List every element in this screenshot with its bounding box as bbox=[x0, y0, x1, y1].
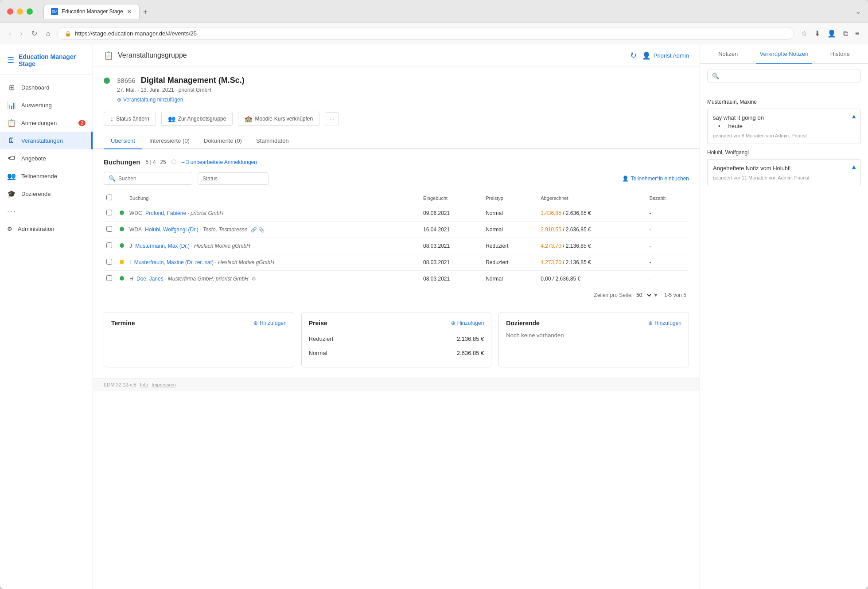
sidebar-item-angebote[interactable]: 🏷 Angebote bbox=[0, 149, 93, 167]
bookmark-button[interactable]: ☆ bbox=[799, 27, 809, 39]
dropdown-icon: ▾ bbox=[654, 292, 657, 298]
note-section-2: Holubi, Wolfgangi Angeheftete Notiz vom … bbox=[707, 149, 861, 186]
app-footer: EDM 22.12-rc5 Info Impressum bbox=[93, 378, 700, 391]
row-icons: ⚙ bbox=[252, 276, 256, 281]
tab-bar: EM Education Manager Stage ✕ + bbox=[43, 4, 850, 19]
dozierende-card-header: Dozierende ⊕ Hinzufügen bbox=[506, 320, 681, 327]
reload-button[interactable]: ↻ bbox=[30, 27, 39, 39]
back-button[interactable]: ‹ bbox=[7, 28, 13, 39]
termine-add-label: Hinzufügen bbox=[260, 320, 287, 326]
footer-impressum-link[interactable]: Impressum bbox=[152, 382, 175, 387]
enroll-button[interactable]: 👤 Teilnehmer*in einbuchen bbox=[622, 176, 689, 182]
panel-search-input[interactable] bbox=[722, 73, 856, 79]
close-button[interactable] bbox=[7, 8, 13, 15]
menu-icon[interactable]: ☰ bbox=[7, 55, 14, 65]
row-status-dot bbox=[120, 227, 124, 231]
sidebar-item-anmeldungen[interactable]: 📋 Anmeldungen 2 bbox=[0, 114, 93, 132]
info-icon[interactable]: ⓘ bbox=[171, 159, 176, 165]
add-icon: ⊕ bbox=[253, 320, 258, 326]
tab-dokumente[interactable]: Dokumente (0) bbox=[197, 133, 249, 149]
termine-card: Termine ⊕ Hinzufügen bbox=[104, 312, 294, 367]
sidebar-item-label: Angebote bbox=[21, 155, 46, 162]
footer-version: EDM 22.12-rc5 bbox=[104, 382, 136, 387]
row-checkbox[interactable] bbox=[106, 242, 112, 248]
group-label: Zur Angebotsgruppe bbox=[178, 116, 226, 122]
refresh-button[interactable]: ↻ bbox=[630, 51, 637, 60]
page-title: Veranstaltungsgruppe bbox=[118, 51, 187, 59]
moodle-button[interactable]: 🏫 Moodle-Kurs verknüpfen bbox=[238, 112, 319, 126]
note-pin-2[interactable]: ▲ bbox=[851, 163, 857, 170]
row-checkbox[interactable] bbox=[106, 226, 112, 232]
panel-tab-verknupfte[interactable]: Verknüpfte Notizen bbox=[756, 44, 812, 64]
active-tab[interactable]: EM Education Manager Stage ✕ bbox=[43, 4, 140, 19]
maximize-button[interactable] bbox=[27, 8, 33, 15]
tab-close-button[interactable]: ✕ bbox=[127, 8, 132, 15]
row-name-link[interactable]: Musterfrauin, Maxine (Dr. rer. nat) bbox=[134, 259, 214, 265]
split-view-button[interactable]: ⧉ bbox=[841, 27, 850, 39]
row-company: · Testo, Testadresse bbox=[200, 226, 247, 233]
row-name-link[interactable]: Mustermann, Max (Dr.) bbox=[135, 243, 190, 249]
download-button[interactable]: ⬇ bbox=[813, 27, 822, 39]
sidebar-item-dozierende[interactable]: 🎓 Dozierende bbox=[0, 185, 93, 203]
pagination-info: 1-5 von 5 bbox=[664, 292, 686, 298]
row-booking: I Musterfrauin, Maxine (Dr. rer. nat) · … bbox=[127, 254, 420, 271]
select-all-checkbox[interactable] bbox=[106, 195, 112, 200]
add-icon: ⊕ bbox=[117, 97, 121, 103]
group-button[interactable]: 👥 Zur Angebotsgruppe bbox=[161, 112, 233, 126]
panel-tab-historie[interactable]: Historie bbox=[812, 44, 868, 64]
new-tab-button[interactable]: + bbox=[140, 6, 152, 19]
note-person-1: Musterfrauin, Maxine bbox=[707, 99, 861, 105]
sidebar-item-auswertung[interactable]: 📊 Auswertung bbox=[0, 96, 93, 114]
profile-button[interactable]: 👤 bbox=[825, 27, 838, 39]
forward-button[interactable]: › bbox=[18, 28, 24, 39]
home-button[interactable]: ⌂ bbox=[44, 28, 52, 39]
tab-stammdaten[interactable]: Stammdaten bbox=[249, 133, 296, 149]
sidebar-more[interactable]: ··· bbox=[0, 203, 93, 221]
dozierende-add-button[interactable]: ⊕ Hinzufügen bbox=[648, 320, 681, 326]
table-footer: Zeilen pro Seite: 50 25 100 ▾ 1-5 von 5 bbox=[104, 287, 689, 303]
lock-icon: 🔒 bbox=[65, 31, 71, 37]
row-name-link[interactable]: Doe, Janes bbox=[136, 276, 163, 282]
panel-tab-notizen[interactable]: Notizen bbox=[700, 44, 756, 64]
footer-info-link[interactable]: Info bbox=[140, 382, 148, 387]
row-checkbox[interactable] bbox=[106, 275, 112, 281]
sidebar-item-label: Auswertung bbox=[21, 102, 52, 109]
bookings-filters: 🔍 👤 Teilnehmer*in einbuchen bbox=[104, 172, 689, 185]
sidebar-item-administration[interactable]: ⚙ Administration bbox=[0, 221, 93, 237]
event-title: Digital Management (M.Sc.) bbox=[141, 76, 245, 85]
rows-per-page-select[interactable]: 50 25 100 bbox=[634, 292, 653, 299]
address-bar[interactable]: 🔒 https://stage.education-manager.de/#/e… bbox=[57, 27, 794, 40]
row-checkbox[interactable] bbox=[106, 259, 112, 265]
search-input[interactable] bbox=[118, 176, 187, 182]
termine-add-button[interactable]: ⊕ Hinzufügen bbox=[253, 320, 287, 326]
add-event-link[interactable]: ⊕ Veranstaltung hinzufügen bbox=[117, 97, 689, 103]
row-name-link[interactable]: Holubi, Wolfgangi (Dr.) bbox=[145, 226, 199, 233]
search-icon: 🔍 bbox=[109, 175, 116, 182]
more-actions-button[interactable]: ··· bbox=[325, 112, 339, 125]
row-company: · Heslach Motive gGmbH bbox=[215, 259, 274, 265]
user-info[interactable]: 👤 Priorist Admin bbox=[642, 51, 689, 60]
row-checkbox[interactable] bbox=[106, 210, 112, 215]
sidebar-item-dashboard[interactable]: ⊞ Dashboard bbox=[0, 78, 93, 96]
row-booking: J Mustermann, Max (Dr.) · Heslach Motive… bbox=[127, 238, 420, 254]
note-pin-1[interactable]: ▲ bbox=[851, 113, 857, 120]
menu-button[interactable]: ≡ bbox=[853, 27, 861, 39]
group-icon: 👥 bbox=[168, 115, 175, 122]
status-input[interactable] bbox=[202, 176, 264, 182]
minimize-button[interactable] bbox=[17, 8, 23, 15]
tab-ubersicht[interactable]: Übersicht bbox=[104, 133, 142, 149]
termine-card-header: Termine ⊕ Hinzufügen bbox=[111, 320, 287, 327]
tab-interessierte[interactable]: Interessierte (0) bbox=[142, 133, 197, 149]
row-preistyp: Normal bbox=[483, 205, 538, 222]
dozierende-card: Dozierende ⊕ Hinzufügen Noch keine vorha… bbox=[498, 312, 689, 367]
row-name-link[interactable]: Profond, Fabiéne bbox=[145, 210, 186, 216]
pending-link[interactable]: – 3 unbearbeitete Anmeldungen bbox=[182, 159, 257, 165]
sidebar-item-veranstaltungen[interactable]: 🗓 Veranstaltungen bbox=[0, 132, 93, 149]
note-card-1: say what it going on • heute geändert vo… bbox=[707, 109, 861, 144]
row-price-billed: 2.910,55 bbox=[541, 226, 561, 233]
sidebar-item-teilnehmende[interactable]: 👥 Teilnehmende bbox=[0, 167, 93, 185]
status-button[interactable]: ↕ Status ändern bbox=[104, 112, 156, 126]
bottom-cards: Termine ⊕ Hinzufügen Preise ⊕ Hinzufügen bbox=[93, 312, 700, 378]
preise-add-button[interactable]: ⊕ Hinzufügen bbox=[451, 320, 484, 326]
row-icons: 🔗 📎 bbox=[251, 227, 265, 232]
